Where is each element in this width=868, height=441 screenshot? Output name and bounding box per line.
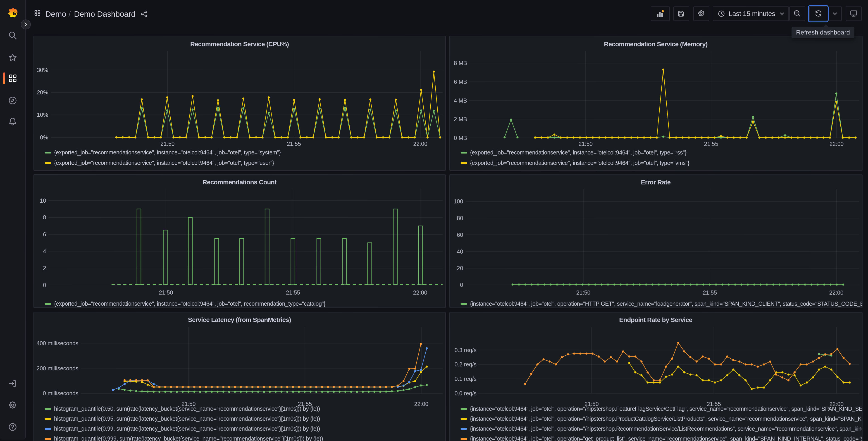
svg-text:22:00: 22:00: [413, 141, 427, 147]
svg-text:0 MB: 0 MB: [454, 135, 467, 141]
svg-text:22:00: 22:00: [413, 289, 427, 295]
svg-text:0.2 req/s: 0.2 req/s: [454, 361, 476, 368]
svg-text:22:00: 22:00: [414, 401, 428, 407]
svg-text:21:50: 21:50: [160, 141, 175, 147]
svg-text:0 milliseconds: 0 milliseconds: [42, 390, 78, 396]
svg-text:0%: 0%: [40, 134, 48, 141]
svg-text:21:55: 21:55: [703, 289, 717, 295]
svg-text:0.1 req/s: 0.1 req/s: [454, 375, 476, 382]
svg-text:30%: 30%: [37, 67, 48, 73]
svg-text:21:50: 21:50: [159, 289, 173, 295]
svg-text:0: 0: [460, 282, 463, 288]
svg-text:8: 8: [43, 214, 46, 220]
svg-text:0.3 req/s: 0.3 req/s: [454, 347, 476, 353]
svg-text:21:50: 21:50: [578, 141, 593, 147]
svg-text:40: 40: [457, 248, 463, 255]
svg-text:2 MB: 2 MB: [454, 116, 467, 122]
svg-text:10%: 10%: [37, 112, 48, 118]
svg-text:200 milliseconds: 200 milliseconds: [36, 365, 78, 371]
svg-text:21:55: 21:55: [287, 141, 301, 147]
svg-text:22:00: 22:00: [829, 289, 843, 295]
svg-text:6 MB: 6 MB: [454, 79, 467, 85]
svg-text:22:00: 22:00: [829, 141, 843, 147]
svg-text:100: 100: [454, 198, 463, 204]
svg-text:10: 10: [40, 197, 46, 204]
svg-text:60: 60: [457, 231, 463, 238]
svg-text:20%: 20%: [37, 89, 48, 95]
svg-text:0.0 req/s: 0.0 req/s: [454, 390, 476, 396]
svg-text:20: 20: [457, 265, 463, 271]
svg-text:21:55: 21:55: [704, 141, 718, 147]
svg-text:2: 2: [43, 265, 46, 271]
svg-text:21:50: 21:50: [576, 289, 590, 295]
svg-text:21:55: 21:55: [286, 289, 300, 295]
svg-text:0: 0: [43, 282, 46, 288]
svg-text:80: 80: [457, 215, 463, 221]
svg-text:4 MB: 4 MB: [454, 97, 467, 104]
svg-text:8 MB: 8 MB: [454, 60, 467, 66]
svg-text:6: 6: [43, 231, 46, 237]
svg-text:400 milliseconds: 400 milliseconds: [36, 340, 78, 346]
svg-text:4: 4: [43, 248, 46, 254]
